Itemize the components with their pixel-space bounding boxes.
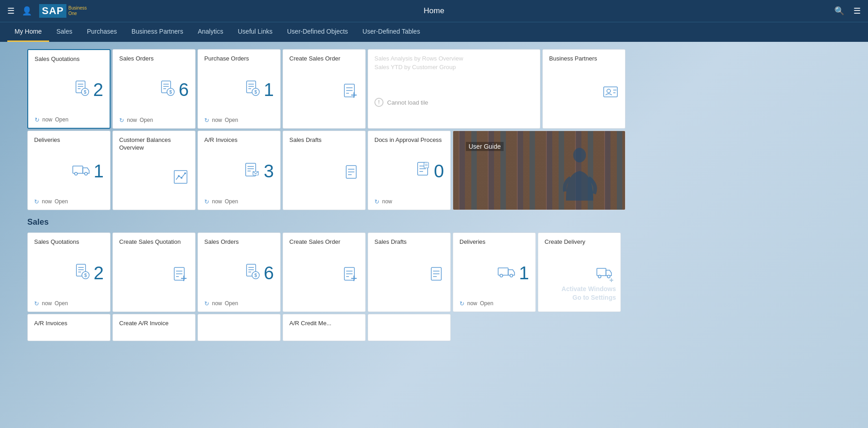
tile-title-purchase-orders: Purchase Orders [204, 55, 274, 63]
tile-blank2-bottom[interactable] [368, 314, 451, 341]
tile-create-delivery[interactable]: Create Delivery Activate WindowsGo to Se… [538, 232, 621, 312]
svg-rect-83 [597, 268, 606, 276]
tile-middle: $ 2 [34, 260, 104, 287]
tile-title-cso2: Create Sales Order [289, 238, 359, 246]
tile-title-customer-balances: Customer Balances Overview [119, 136, 189, 152]
tile-time: now [42, 116, 52, 123]
tile-sales-quotations-sales[interactable]: Sales Quotations $ 2 ↻ now Ope [27, 232, 111, 312]
refresh-icon-ar[interactable]: ↻ [204, 198, 209, 205]
nav-item-business-partners[interactable]: Business Partners [124, 22, 191, 42]
tile-sales-analysis[interactable]: Sales Analysis by Rows Overview Sales YT… [368, 49, 540, 129]
tile-ar-invoices[interactable]: A/R Invoices 3 ↻ now Open [197, 131, 281, 210]
tile-title-ari2: A/R Invoices [34, 320, 104, 327]
tile-ar-invoices-bottom[interactable]: A/R Invoices [27, 314, 111, 341]
menu-icon[interactable]: ☰ [853, 6, 861, 16]
tile-footer-so2: ↻ now Open [204, 300, 274, 307]
tile-customer-balances[interactable]: Customer Balances Overview [112, 131, 196, 210]
tile-number-del2: 1 [519, 264, 529, 282]
svg-point-25 [607, 89, 611, 93]
refresh-icon[interactable]: ↻ [35, 116, 40, 123]
doc-plus-icon-cso2 [343, 267, 359, 286]
refresh-icon-sq2[interactable]: ↻ [34, 300, 39, 307]
doc-dollar-icon-s1: $ [74, 263, 90, 283]
tile-create-ar-invoice-bottom[interactable]: Create A/R Invoice [112, 314, 196, 341]
tile-blank1-bottom[interactable] [197, 314, 281, 341]
nav-item-useful-links[interactable]: Useful Links [231, 22, 280, 42]
tile-purchase-orders[interactable]: Purchase Orders $ 1 ↻ now Open [197, 49, 281, 129]
search-icon[interactable]: 🔍 [834, 6, 844, 16]
tile-time: now [212, 198, 222, 205]
tile-docs-approval[interactable]: Docs in Approval Process 0 ↻ [368, 131, 451, 210]
tile-deliveries-sales[interactable]: Deliveries 1 ↻ now Open [453, 232, 536, 312]
tile-title-sales-drafts: Sales Drafts [289, 136, 359, 144]
svg-point-32 [178, 175, 180, 177]
tile-number-deliveries: 1 [94, 162, 104, 180]
truck-icon [72, 163, 90, 179]
nav-item-my-home[interactable]: My Home [7, 22, 49, 42]
tile-title-create-sales-order: Create Sales Order [289, 55, 359, 63]
hamburger-icon[interactable]: ☰ [7, 6, 15, 16]
tile-title-business-partners: Business Partners [549, 55, 619, 63]
nav-item-user-defined-objects[interactable]: User-Defined Objects [280, 22, 355, 42]
tile-create-sales-quotation[interactable]: Create Sales Quotation [112, 232, 196, 312]
tile-number-sales-orders: 6 [179, 81, 189, 99]
tile-footer-deliveries: ↻ now Open [34, 198, 104, 205]
tile-number-purchase-orders: 1 [264, 81, 274, 99]
tile-middle [374, 263, 444, 290]
nav-item-purchases[interactable]: Purchases [80, 22, 124, 42]
tile-footer-sales-orders: ↻ now Open [119, 117, 189, 124]
tile-time: now [42, 198, 52, 205]
tile-time: now [212, 300, 222, 307]
doc-dollar-icon-3: $ [244, 80, 260, 100]
tile-sales-orders[interactable]: Sales Orders $ 6 ↻ now Open [112, 49, 196, 129]
nav-item-sales[interactable]: Sales [49, 22, 80, 42]
tile-ar-credit-bottom[interactable]: A/R Credit Me... [283, 314, 366, 341]
tile-sales-quotations[interactable]: Sales Quotations $ 2 ↻ now Ope [27, 49, 111, 129]
tile-subtitle-sales-analysis: Sales YTD by Customer Group [374, 64, 534, 70]
tile-status: Open [55, 300, 68, 307]
svg-rect-48 [424, 162, 429, 168]
tile-create-sales-order-top[interactable]: Create Sales Order [283, 49, 366, 129]
svg-text:$: $ [254, 90, 257, 95]
tile-row-2: Deliveries 1 ↻ now Open Cu [27, 131, 841, 210]
tile-sales-drafts-sales[interactable]: Sales Drafts [368, 232, 451, 312]
refresh-icon-2[interactable]: ↻ [119, 117, 124, 124]
svg-point-29 [75, 172, 77, 175]
tile-title-arcm: A/R Credit Me... [289, 320, 359, 327]
tile-sales-drafts[interactable]: Sales Drafts [283, 131, 366, 210]
doc-dollar-icon-so2: $ [244, 263, 260, 283]
refresh-icon-3[interactable]: ↻ [204, 117, 209, 124]
tile-middle: 1 [459, 260, 529, 286]
tile-number-sales-quotations: 2 [93, 81, 103, 99]
tile-status: Open [225, 198, 238, 205]
tile-middle: 1 [34, 158, 104, 184]
tile-time: now [382, 198, 392, 205]
tile-footer-purchase-orders: ↻ now Open [204, 117, 274, 124]
truck-icon-2 [497, 265, 515, 281]
tile-business-partners[interactable]: Business Partners [542, 49, 626, 129]
tile-title-del2: Deliveries [459, 238, 529, 246]
topbar-right: 🔍 ☰ [834, 6, 861, 16]
tile-user-guide[interactable]: User Guide [453, 131, 626, 210]
user-icon[interactable]: 👤 [22, 6, 32, 16]
tile-sales-orders-sales[interactable]: Sales Orders $ 6 ↻ now Open [197, 232, 281, 312]
refresh-icon-so2[interactable]: ↻ [204, 300, 209, 307]
topbar-left: ☰ 👤 SAP Business One [7, 4, 87, 18]
tile-footer-del2: ↻ now Open [459, 300, 529, 307]
person-card-icon [602, 83, 619, 103]
tile-footer-docs-approval: ↻ now [374, 198, 444, 205]
tile-status: Open [140, 117, 153, 123]
refresh-icon-del2[interactable]: ↻ [459, 300, 464, 307]
tile-deliveries[interactable]: Deliveries 1 ↻ now Open [27, 131, 111, 210]
nav-item-analytics[interactable]: Analytics [191, 22, 231, 42]
tile-middle [289, 263, 359, 290]
tile-middle [549, 80, 619, 106]
tile-create-sales-order-sales[interactable]: Create Sales Order [283, 232, 366, 312]
truck-plus-icon [596, 267, 614, 286]
tile-time: now [467, 300, 477, 307]
refresh-icon-del[interactable]: ↻ [34, 198, 39, 205]
sap-logo: SAP Business One [39, 4, 87, 18]
nav-item-user-defined-tables[interactable]: User-Defined Tables [355, 22, 428, 42]
chart-icon [172, 169, 189, 188]
refresh-icon-docs[interactable]: ↻ [374, 198, 379, 205]
